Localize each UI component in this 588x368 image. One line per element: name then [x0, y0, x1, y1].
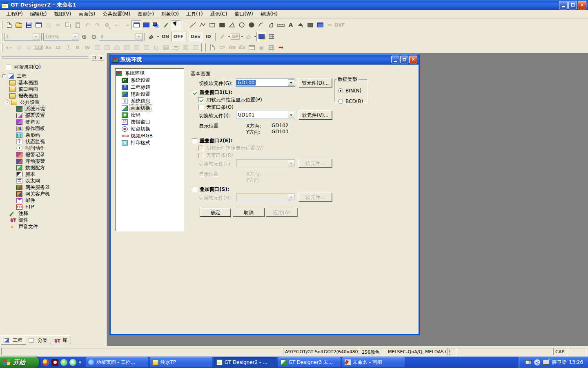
menu-communication[interactable]: 通讯(C)	[207, 9, 231, 19]
task-button-gtdesigner3[interactable]: GT Designer3 未...	[278, 357, 341, 367]
dialog-tree-project-title[interactable]: 工程标题	[116, 84, 183, 91]
bin-radio-row[interactable]: BIN(N)	[338, 88, 361, 94]
tree-item-alarm-history[interactable]: 报警记录	[2, 151, 103, 158]
rect-tool-icon[interactable]	[207, 20, 217, 30]
tab-library[interactable]: 库	[51, 335, 71, 344]
win1-device-button[interactable]: 软元件(V)...	[298, 110, 332, 119]
win1-nobar-row[interactable]: 无窗口条(O)	[198, 104, 234, 111]
base-device-button[interactable]: 软元件(D)...	[298, 78, 332, 87]
zoom-out-icon[interactable]: ⊖	[89, 32, 99, 41]
property-sheet-icon[interactable]	[266, 32, 276, 41]
task-button-webpage[interactable]: 功能页面 - 工控...	[86, 357, 148, 367]
dialog-tree-system-environment[interactable]: 系统环境	[116, 70, 183, 77]
task-button-paint[interactable]: 未命名 - 画图	[342, 357, 405, 367]
overlap-window1-row[interactable]: 重叠窗口1(L):	[192, 89, 232, 96]
scale-tool-icon[interactable]	[276, 20, 286, 30]
win1-switch-device-combo[interactable]: GD101	[236, 111, 295, 119]
tree-item-comment[interactable]: 注释	[2, 210, 103, 217]
dialog-tree-system-information[interactable]: 系统信息	[116, 98, 183, 105]
id-display-button[interactable]: ID	[203, 32, 214, 41]
tray-collapse-icon[interactable]: <	[534, 359, 540, 366]
polyline-tool-icon[interactable]	[198, 20, 207, 30]
arc-tool-icon[interactable]	[256, 20, 266, 30]
dialog-tree-print-format[interactable]: 打印格式	[116, 139, 183, 146]
dialog-close-button[interactable]: ✕	[409, 56, 417, 63]
tree-item-base-screen[interactable]: 基本画面	[2, 79, 103, 86]
dialog-tree-station-switching[interactable]: 站点切换	[116, 126, 183, 132]
paint-tool-icon[interactable]	[296, 20, 305, 30]
tree-item-status-observation[interactable]: 状态监视	[2, 138, 103, 145]
tree-item-operation-panel[interactable]: 操作面板	[2, 125, 103, 132]
tree-item-window-screen[interactable]: 窗口画面	[2, 86, 103, 92]
bin-radio[interactable]	[338, 88, 343, 93]
draft-pen-icon[interactable]	[161, 20, 171, 30]
tree-item-hardcopy[interactable]: 硬拷贝	[2, 119, 103, 125]
panel-gripper[interactable]: ❐ x	[2, 55, 104, 61]
screen-call-checkbox[interactable]	[6, 65, 11, 70]
sector-tool-icon[interactable]	[266, 20, 276, 30]
menu-screen[interactable]: 画面(S)	[75, 9, 99, 19]
network-status-icon[interactable]	[543, 360, 549, 365]
menu-tools[interactable]: 工具(T)	[183, 9, 207, 19]
bcd-radio-row[interactable]: BCD(B)	[338, 99, 363, 104]
quicklaunch-antivirus-icon[interactable]	[69, 359, 76, 366]
tree-item-sound-file[interactable]: 声音文件	[2, 223, 103, 230]
menu-common[interactable]: 公共设置(M)	[99, 9, 134, 19]
panel-float-button[interactable]: ❐	[91, 55, 97, 61]
lamp-on-button[interactable]: ON	[159, 32, 172, 41]
tree-item-script[interactable]: 脚本	[2, 171, 103, 177]
fill-color-icon[interactable]	[146, 32, 156, 41]
screen-fit-icon[interactable]	[315, 20, 325, 30]
close-button[interactable]: ✕	[578, 1, 586, 9]
tree-item-ftp[interactable]: FTP	[2, 204, 103, 210]
tree-item-project[interactable]: -工程	[2, 73, 103, 79]
menu-object[interactable]: 对象(O)	[158, 9, 183, 19]
panel-close-button[interactable]: x	[98, 55, 104, 61]
tree-item-system-environment[interactable]: 系统环境	[2, 105, 103, 112]
dialog-tree-system-settings[interactable]: 系统设置	[116, 77, 183, 84]
task-button-gtdesigner2[interactable]: GT Designer2 - ...	[214, 357, 276, 367]
dialog-tree-auxiliary-settings[interactable]: 辅助设置	[116, 91, 183, 98]
combo-dropdown-icon[interactable]	[288, 112, 294, 118]
start-button[interactable]: 开始	[0, 357, 39, 368]
dialog-tree-screen-switching[interactable]: 画面切换	[116, 105, 183, 112]
ime-keyboard-icon[interactable]	[525, 360, 532, 364]
superimpose-window-checkbox[interactable]	[192, 187, 197, 192]
device-display-button[interactable]: Dev	[189, 32, 203, 41]
menu-view[interactable]: 视图(V)	[51, 9, 75, 19]
tree-item-report-setting[interactable]: 报表设置	[2, 112, 103, 119]
text-tool-icon[interactable]: A	[286, 20, 296, 30]
select-cursor-icon[interactable]	[171, 20, 180, 30]
tree-item-mail[interactable]: 邮件	[2, 197, 103, 204]
tree-item-gateway-client[interactable]: 网关客户机	[2, 191, 103, 197]
tree-item-time-action[interactable]: 时间动作	[2, 145, 103, 151]
quicklaunch-messenger-icon[interactable]	[42, 359, 49, 366]
dialog-tree-key-window[interactable]: 按键窗口	[116, 119, 183, 126]
overlap-window2-row[interactable]: 重叠窗口2(E):	[192, 137, 232, 144]
menu-edit[interactable]: 编辑(E)	[27, 9, 51, 19]
menu-figure[interactable]: 图形(F)	[134, 9, 158, 19]
layers-icon[interactable]	[151, 20, 161, 30]
dialog-titlebar[interactable]: 系统环境 ✕	[111, 54, 419, 65]
tree-item-parts[interactable]: 部件	[2, 217, 103, 223]
overlap-window2-checkbox[interactable]	[192, 138, 197, 144]
filled-circle-tool-icon[interactable]	[247, 20, 256, 30]
open-icon[interactable]	[14, 20, 24, 30]
task-button-folder[interactable]: 纯水TP	[150, 357, 212, 367]
win1-position-row[interactable]: 用软元件指定显示位置(P)	[198, 96, 262, 103]
minimize-button[interactable]	[559, 1, 568, 9]
dialog-tree-video-rgb[interactable]: 视频/RGB	[116, 132, 183, 139]
screen-property-icon[interactable]	[131, 20, 141, 30]
tab-category[interactable]: 分类	[26, 335, 51, 344]
dialog-minimize-button[interactable]	[391, 56, 399, 63]
dialog-maximize-button[interactable]	[400, 56, 408, 63]
quicklaunch-chevron[interactable]: »	[78, 359, 82, 365]
cancel-button[interactable]: 取消	[233, 208, 264, 217]
maximize-button[interactable]	[568, 1, 577, 9]
ok-button[interactable]: 确定	[200, 208, 231, 217]
circle-tool-icon[interactable]	[237, 20, 247, 30]
new-icon[interactable]	[4, 20, 14, 30]
data-view-icon[interactable]	[141, 20, 151, 30]
overlap-window1-checkbox[interactable]	[192, 90, 197, 95]
screen-image-icon[interactable]	[33, 20, 43, 30]
